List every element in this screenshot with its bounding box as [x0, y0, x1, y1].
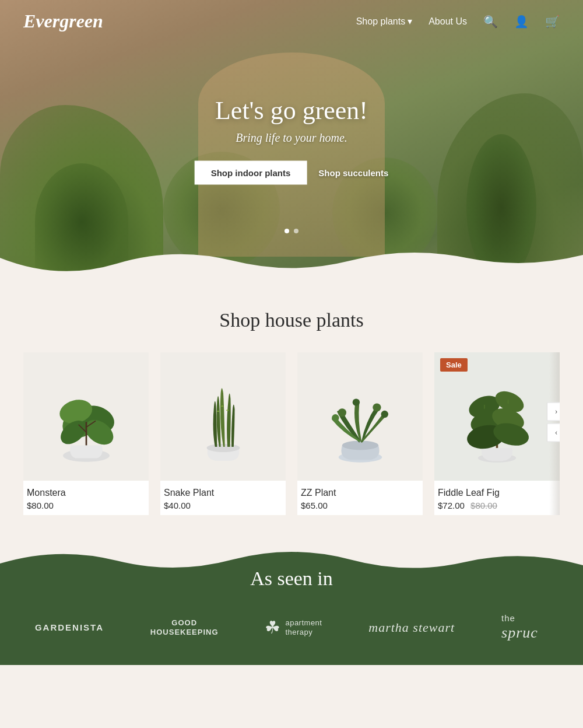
apartment-therapy-icon: ☘ — [265, 617, 280, 638]
sale-badge: Sale — [440, 358, 468, 372]
brand-gardenista: GARDENISTA — [35, 622, 104, 632]
product-price-fiddle-leaf: $72.00 $80.00 — [438, 501, 556, 510]
cart-icon[interactable]: 🛒 — [545, 15, 560, 29]
hero-title: Let's go green! — [195, 96, 389, 125]
hero-subtitle: Bring life to your home. — [195, 131, 389, 145]
product-price-snake-plant: $40.00 — [164, 501, 282, 510]
product-image-fiddle-leaf: Sale — [434, 352, 560, 481]
product-name-monstera: Monstera — [27, 488, 145, 498]
products-row: Monstera $80.00 — [23, 352, 560, 515]
nav-about-us[interactable]: About Us — [429, 16, 467, 27]
shop-indoor-plants-button[interactable]: Shop indoor plants — [195, 161, 307, 185]
account-icon[interactable]: 👤 — [514, 15, 529, 29]
product-card-monstera[interactable]: Monstera $80.00 — [23, 352, 149, 515]
brand-apartment-therapy: ☘ apartment therapy — [265, 617, 322, 638]
product-original-price: $80.00 — [470, 501, 497, 510]
brand-the-spruce: the spruc — [501, 613, 548, 642]
shop-section: Shop house plants — [0, 280, 583, 538]
product-image-snake-plant — [160, 352, 286, 481]
brands-row: GARDENISTA GOOD HOUSEKEEPING ☘ apartment… — [0, 613, 583, 642]
brand-good-housekeeping: GOOD HOUSEKEEPING — [150, 618, 219, 636]
nav-shop-plants[interactable]: Shop plants ▾ — [356, 16, 413, 27]
as-seen-section: As seen in GARDENISTA GOOD HOUSEKEEPING … — [0, 538, 583, 665]
svg-point-11 — [342, 440, 378, 450]
product-name-zz-plant: ZZ Plant — [301, 488, 419, 498]
carousel-dot-2[interactable] — [294, 229, 298, 233]
shop-section-title: Shop house plants — [23, 309, 560, 331]
product-price-zz-plant: $65.00 — [301, 501, 419, 510]
product-card-zz-plant[interactable]: ZZ Plant $65.00 — [297, 352, 423, 515]
search-icon[interactable]: 🔍 — [483, 15, 498, 29]
carousel-dot-1[interactable] — [285, 229, 289, 233]
chevron-down-icon: ▾ — [408, 16, 412, 27]
svg-point-13 — [352, 398, 359, 405]
svg-point-16 — [332, 414, 339, 421]
carousel-next-button[interactable]: › — [547, 402, 560, 421]
product-image-zz-plant — [297, 352, 423, 481]
logo[interactable]: Evergreen — [23, 10, 103, 32]
product-name-fiddle-leaf: Fiddle Leaf Fig — [438, 488, 556, 498]
product-name-snake-plant: Snake Plant — [164, 488, 282, 498]
product-image-monstera — [23, 352, 149, 481]
as-seen-title: As seen in — [0, 568, 583, 590]
svg-point-14 — [373, 403, 381, 411]
product-card-snake-plant[interactable]: Snake Plant $40.00 — [160, 352, 286, 515]
svg-point-12 — [338, 408, 346, 416]
product-card-fiddle-leaf[interactable]: Sale — [434, 352, 560, 515]
carousel-arrows: › ‹ — [547, 402, 560, 442]
svg-point-15 — [381, 410, 388, 417]
carousel-prev-button[interactable]: ‹ — [547, 423, 560, 442]
product-price-monstera: $80.00 — [27, 501, 145, 510]
brand-martha-stewart: martha stewart — [368, 620, 455, 635]
shop-succulents-button[interactable]: Shop succulents — [318, 168, 388, 178]
